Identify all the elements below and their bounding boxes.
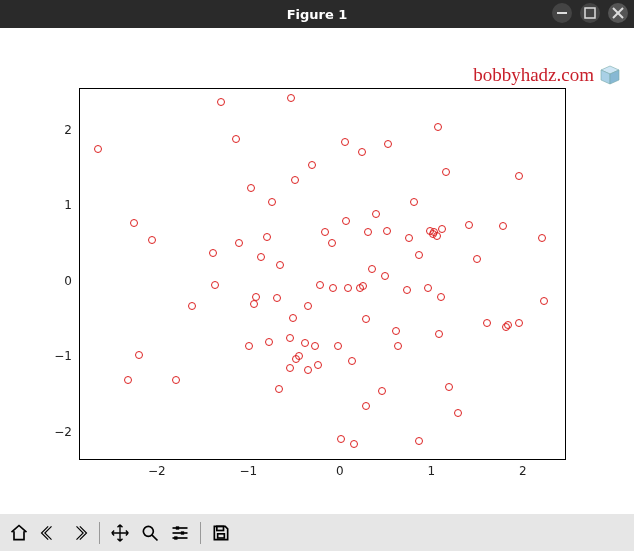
data-point — [235, 239, 243, 247]
data-point — [454, 409, 462, 417]
save-button[interactable] — [208, 520, 234, 546]
data-point — [247, 184, 255, 192]
data-point — [304, 366, 312, 374]
pan-button[interactable] — [107, 520, 133, 546]
data-point — [515, 172, 523, 180]
data-point — [442, 168, 450, 176]
data-point — [403, 286, 411, 294]
toolbar-separator — [99, 522, 100, 544]
data-point — [275, 385, 283, 393]
data-point — [392, 327, 400, 335]
data-point — [368, 265, 376, 273]
svg-rect-10 — [176, 526, 179, 529]
data-point — [252, 293, 260, 301]
svg-rect-16 — [218, 533, 225, 537]
x-tick-label: −2 — [148, 464, 166, 478]
data-point — [445, 383, 453, 391]
close-button[interactable] — [608, 3, 628, 23]
window-title: Figure 1 — [0, 7, 634, 22]
data-point — [344, 284, 352, 292]
data-point — [435, 330, 443, 338]
window-controls — [552, 3, 628, 23]
data-point — [148, 236, 156, 244]
svg-rect-1 — [585, 8, 595, 18]
data-point — [124, 376, 132, 384]
x-tick-label: 1 — [427, 464, 435, 478]
data-point — [515, 319, 523, 327]
data-point — [286, 364, 294, 372]
matplotlib-toolbar — [0, 514, 634, 551]
forward-button[interactable] — [66, 520, 92, 546]
data-point — [341, 138, 349, 146]
x-tick-label: 0 — [336, 464, 344, 478]
zoom-button[interactable] — [137, 520, 163, 546]
data-point — [265, 338, 273, 346]
cube-icon — [600, 65, 620, 85]
data-point — [337, 435, 345, 443]
data-point — [372, 210, 380, 218]
x-tick-label: −1 — [239, 464, 257, 478]
toolbar-separator — [200, 522, 201, 544]
data-point — [383, 227, 391, 235]
data-point — [540, 297, 548, 305]
data-point — [384, 140, 392, 148]
data-point — [405, 234, 413, 242]
data-point — [316, 281, 324, 289]
data-point — [499, 222, 507, 230]
data-point — [130, 219, 138, 227]
home-button[interactable] — [6, 520, 32, 546]
data-point — [433, 232, 441, 240]
scatter-points — [80, 89, 565, 459]
x-tick-label: 2 — [519, 464, 527, 478]
watermark-text: bobbyhadz.com — [473, 64, 594, 86]
data-point — [232, 135, 240, 143]
data-point — [378, 387, 386, 395]
data-point — [342, 217, 350, 225]
data-point — [314, 361, 322, 369]
data-point — [381, 272, 389, 280]
maximize-button[interactable] — [580, 3, 600, 23]
data-point — [328, 239, 336, 247]
minimize-button[interactable] — [552, 3, 572, 23]
data-point — [287, 94, 295, 102]
data-point — [172, 376, 180, 384]
plot-area[interactable] — [79, 88, 566, 460]
figure-canvas[interactable]: bobbyhadz.com −2−1012 −2−1012 — [0, 28, 634, 514]
y-tick-label: −1 — [54, 349, 72, 363]
data-point — [465, 221, 473, 229]
data-point — [291, 176, 299, 184]
configure-button[interactable] — [167, 520, 193, 546]
svg-point-7 — [143, 526, 153, 536]
data-point — [94, 145, 102, 153]
data-point — [359, 282, 367, 290]
data-point — [424, 284, 432, 292]
svg-line-8 — [152, 535, 157, 540]
data-point — [209, 249, 217, 257]
data-point — [437, 293, 445, 301]
back-button[interactable] — [36, 520, 62, 546]
data-point — [438, 225, 446, 233]
y-tick-label: 0 — [64, 274, 72, 288]
y-tick-label: 1 — [64, 198, 72, 212]
data-point — [473, 255, 481, 263]
data-point — [273, 294, 281, 302]
svg-rect-15 — [217, 526, 224, 530]
y-tick-label: 2 — [64, 123, 72, 137]
data-point — [268, 198, 276, 206]
data-point — [362, 315, 370, 323]
data-point — [250, 300, 258, 308]
data-point — [334, 342, 342, 350]
data-point — [483, 319, 491, 327]
window-titlebar: Figure 1 — [0, 0, 634, 28]
data-point — [348, 357, 356, 365]
data-point — [394, 342, 402, 350]
data-point — [217, 98, 225, 106]
svg-rect-12 — [181, 531, 184, 534]
data-point — [308, 161, 316, 169]
data-point — [289, 314, 297, 322]
data-point — [135, 351, 143, 359]
data-point — [276, 261, 284, 269]
data-point — [358, 148, 366, 156]
data-point — [311, 342, 319, 350]
data-point — [321, 228, 329, 236]
